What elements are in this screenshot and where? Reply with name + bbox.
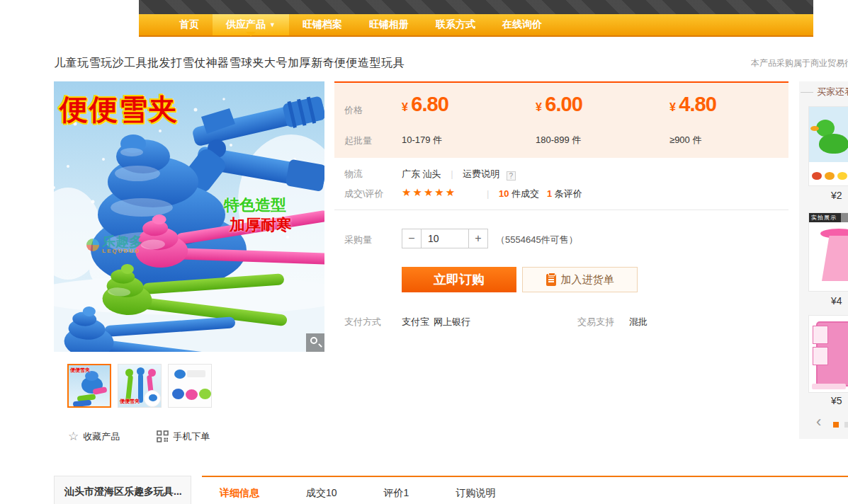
product-detail-page: 首页 供应产品 ▼ 旺铺档案 旺铺相册 联系方式 在线询价 儿童玩雪玩沙工具批发… xyxy=(0,0,848,504)
price-box: 价格 起批量 ¥ 6.80 10-179 件 ¥ 6.00 180-899 件 … xyxy=(334,81,788,158)
detail-tabbar: 详细信息 成交10 评价1 订购说明 xyxy=(202,476,848,500)
chevron-down-icon: ▼ xyxy=(269,21,276,28)
star-rating[interactable]: ★★★★★ xyxy=(402,186,456,199)
thumbnail-2-caption: 便便雪夹 xyxy=(120,398,140,405)
sidebar-product-2-badge: 实拍展示 xyxy=(809,213,848,222)
also-viewed-sidebar: 买家还看了 ¥2 实拍展示 ¥4 ¥5 ‹ xyxy=(799,81,848,439)
trade-support-value: 混批 xyxy=(629,316,648,328)
quantity-input[interactable] xyxy=(422,229,468,248)
main-product-image[interactable]: 便便雪夹 特色造型 加厚耐寒 乐趣多 LEQUDUO xyxy=(54,81,324,352)
watermark-logo-icon xyxy=(86,239,99,251)
moq-tier-1: 10-179 件 xyxy=(402,134,442,147)
price-tier-1: ¥ 6.80 10-179 件 xyxy=(402,93,529,116)
order-now-button[interactable]: 立即订购 xyxy=(402,267,516,292)
add-to-purchase-list-button[interactable]: 加入进货单 xyxy=(522,267,638,292)
quantity-increase-button[interactable]: + xyxy=(468,229,488,248)
tab-reviews[interactable]: 评价1 xyxy=(384,487,409,500)
moq-label: 起批量 xyxy=(344,134,372,147)
stock-available-note: （5554645件可售） xyxy=(496,234,578,246)
gallery-actions: ☆ 收藏产品 手机下单 xyxy=(68,429,210,444)
deal-count: 10 xyxy=(499,188,509,199)
trade-note: 本产品采购属于商业贸易行为 xyxy=(751,57,848,69)
nav-item-shop-album[interactable]: 旺铺相册 xyxy=(356,14,422,35)
company-name-box[interactable]: 汕头市澄海区乐趣多玩具... xyxy=(54,476,191,504)
dash-decoration xyxy=(801,92,813,93)
sidebar-page-dot-active[interactable] xyxy=(833,422,839,428)
thumbnail-1-caption: 便便雪夹 xyxy=(70,367,90,374)
favorite-product-link[interactable]: 收藏产品 xyxy=(83,430,120,443)
thumbnail-2[interactable]: 便便雪夹 xyxy=(118,364,162,408)
sidebar-product-3-price: ¥5 xyxy=(831,395,842,406)
page-title: 儿童玩雪玩沙工具批发打雪仗神器雪球夹大号加厚新奇便便造型玩具 xyxy=(54,56,405,71)
star-icon[interactable]: ☆ xyxy=(68,429,79,444)
clipboard-icon xyxy=(546,274,556,286)
sidebar-product-1[interactable] xyxy=(808,106,848,186)
moq-tier-2: 180-899 件 xyxy=(536,134,581,147)
quantity-row: 采购量 − + （5554645件可售） xyxy=(334,229,788,248)
image-overlay-title: 便便雪夹 xyxy=(60,90,179,129)
mobile-order-link[interactable]: 手机下单 xyxy=(173,430,210,443)
watermark: 乐趣多 LEQUDUO xyxy=(86,236,142,254)
deal-review-label: 成交\评价 xyxy=(344,188,384,200)
quantity-stepper: − + xyxy=(402,229,488,248)
thumbnail-strip: 便便雪夹 便便雪夹 xyxy=(67,364,218,408)
thumbnail-3[interactable] xyxy=(168,364,212,408)
payment-label: 支付方式 xyxy=(344,316,381,328)
shop-nav: 首页 供应产品 ▼ 旺铺档案 旺铺相册 联系方式 在线询价 xyxy=(139,14,813,37)
top-striped-banner xyxy=(139,0,813,14)
nav-item-shop-profile[interactable]: 旺铺档案 xyxy=(289,14,356,35)
nav-item-home[interactable]: 首页 xyxy=(166,14,213,35)
pay-method-online-bank[interactable]: 网上银行 xyxy=(434,316,470,328)
sidebar-product-3[interactable] xyxy=(808,315,848,393)
freight-info-link[interactable]: 运费说明 xyxy=(463,168,499,179)
quantity-decrease-button[interactable]: − xyxy=(402,229,422,248)
sidebar-product-2[interactable]: 实拍展示 xyxy=(808,212,848,292)
sidebar-product-2-price: ¥4 xyxy=(831,295,842,307)
sidebar-header: 买家还看了 xyxy=(801,86,848,98)
moq-tier-3: ≥900 件 xyxy=(669,134,701,147)
deal-count-link[interactable]: 件成交 xyxy=(511,188,539,199)
ship-from-region: 广东 汕头 xyxy=(402,168,441,179)
thumbnail-1[interactable]: 便便雪夹 xyxy=(67,364,111,408)
help-icon[interactable]: ? xyxy=(507,171,516,181)
tab-detail-info[interactable]: 详细信息 xyxy=(220,487,259,500)
price-label: 价格 xyxy=(344,104,363,117)
qr-code-icon xyxy=(157,430,169,442)
nav-item-products[interactable]: 供应产品 ▼ xyxy=(213,14,289,35)
quantity-label: 采购量 xyxy=(344,234,372,246)
review-count-link[interactable]: 1 条评价 xyxy=(547,188,582,200)
tab-order-notes[interactable]: 订购说明 xyxy=(456,487,495,500)
section-divider xyxy=(334,210,788,210)
price-tier-3: ¥ 4.80 ≥900 件 xyxy=(669,93,797,116)
image-overlay-feature1: 特色造型 xyxy=(224,195,286,216)
tab-deals[interactable]: 成交10 xyxy=(306,487,337,500)
magnifier-icon[interactable] xyxy=(306,333,324,352)
image-overlay-feature2: 加厚耐寒 xyxy=(230,214,292,236)
logistics-label: 物流 xyxy=(344,168,363,181)
price-tier-2: ¥ 6.00 180-899 件 xyxy=(536,93,663,116)
nav-item-inquiry[interactable]: 在线询价 xyxy=(489,14,555,35)
sidebar-prev-arrow[interactable]: ‹ xyxy=(816,416,821,428)
trade-support-label: 交易支持 xyxy=(577,316,614,328)
sidebar-product-1-price: ¥2 xyxy=(831,190,842,201)
nav-item-contact[interactable]: 联系方式 xyxy=(422,14,489,35)
sidebar-page-dot[interactable] xyxy=(844,422,848,428)
pay-method-alipay[interactable]: 支付宝 xyxy=(402,316,429,328)
